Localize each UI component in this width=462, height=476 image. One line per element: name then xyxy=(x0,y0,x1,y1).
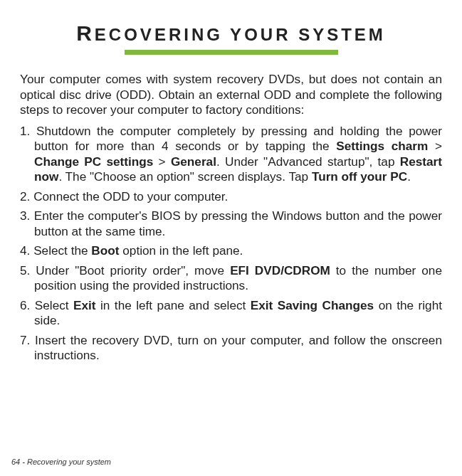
step-item: Shutdown the computer completely by pres… xyxy=(20,124,442,185)
text: Select the xyxy=(33,243,91,258)
text: Connect the ODD to your computer. xyxy=(33,189,228,203)
bold-text: Exit Saving Changes xyxy=(251,298,374,312)
step-item: Select Exit in the left pane and select … xyxy=(20,298,442,329)
text: option in the left pane. xyxy=(119,243,243,258)
text: Select xyxy=(35,298,73,312)
step-item: Under "Boot priority order", move EFI DV… xyxy=(20,263,442,294)
text: . xyxy=(407,169,411,184)
text: Insert the recovery DVD, turn on your co… xyxy=(34,333,442,363)
text: Under "Boot priority order", move xyxy=(36,263,230,277)
bold-text: EFI DVD/CDROM xyxy=(230,263,330,277)
text: . The "Choose an option" screen displays… xyxy=(58,169,312,184)
page-title: RECOVERING YOUR SYSTEM xyxy=(20,21,442,46)
step-item: Enter the computer's BIOS by pressing th… xyxy=(20,208,442,239)
bold-text: Turn off your PC xyxy=(312,169,407,184)
intro-paragraph: Your computer comes with system recovery… xyxy=(20,72,442,118)
bold-text: Boot xyxy=(91,243,119,258)
bold-text: General xyxy=(171,154,216,169)
step-item: Select the Boot option in the left pane. xyxy=(20,243,442,259)
text: Enter the computer's BIOS by pressing th… xyxy=(34,208,442,238)
step-item: Insert the recovery DVD, turn on your co… xyxy=(20,333,442,364)
bold-text: Exit xyxy=(73,298,96,312)
document-page: RECOVERING YOUR SYSTEM Your computer com… xyxy=(0,0,462,476)
bold-text: Change PC settings xyxy=(34,154,153,169)
page-footer: 64 - Recovering your system xyxy=(11,458,111,466)
title-rule xyxy=(125,50,338,55)
step-item: Connect the ODD to your computer. xyxy=(20,189,442,205)
text: > xyxy=(153,154,171,169)
text: . Under "Advanced startup", tap xyxy=(216,154,400,169)
text: in the left pane and select xyxy=(96,298,251,312)
steps-list: Shutdown the computer completely by pres… xyxy=(20,124,442,364)
bold-text: Settings charm xyxy=(336,139,428,153)
title-first-letter: R xyxy=(76,21,95,45)
title-rest: ECOVERING YOUR SYSTEM xyxy=(95,25,386,44)
text: > xyxy=(428,139,442,153)
